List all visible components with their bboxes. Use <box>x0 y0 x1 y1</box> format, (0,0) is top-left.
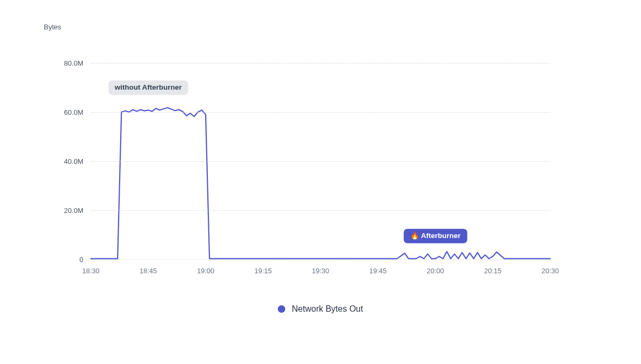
y-tick-label: 20.0M <box>64 207 83 215</box>
legend-label: Network Bytes Out <box>292 304 363 314</box>
x-tick-label: 18:30 <box>82 267 100 275</box>
annotation-without-afterburner: without Afterburner <box>108 81 189 95</box>
y-tick-label: 60.0M <box>64 108 83 116</box>
series-line-network-bytes-out <box>91 108 550 259</box>
x-tick-label: 18:45 <box>139 267 157 275</box>
x-tick-label: 20:30 <box>542 267 559 275</box>
legend-item-network-bytes-out: Network Bytes Out <box>278 304 363 314</box>
gridline <box>91 210 550 211</box>
x-tick-label: 19:45 <box>369 267 387 275</box>
gridline <box>91 112 550 113</box>
x-tick-label: 20:15 <box>484 267 502 275</box>
legend: Network Bytes Out <box>0 304 641 315</box>
x-tick-label: 19:00 <box>197 267 215 275</box>
y-axis-title: Bytes <box>44 23 61 31</box>
y-tick-label: 80.0M <box>64 59 83 67</box>
legend-marker-icon <box>278 305 285 313</box>
gridline <box>91 161 550 162</box>
y-tick-label: 0 <box>80 256 83 264</box>
x-tick-label: 20:00 <box>427 267 444 275</box>
gridline <box>91 259 550 260</box>
y-tick-label: 40.0M <box>64 157 83 165</box>
chart-container: Bytes 020.0M40.0M60.0M80.0M18:3018:4519:… <box>0 0 641 364</box>
plot-area: 020.0M40.0M60.0M80.0M18:3018:4519:0019:1… <box>91 63 550 259</box>
x-tick-label: 19:30 <box>312 267 330 275</box>
annotation-afterburner: 🔥 Afterburner <box>404 229 467 243</box>
gridline <box>91 63 550 64</box>
x-tick-label: 19:15 <box>254 267 272 275</box>
